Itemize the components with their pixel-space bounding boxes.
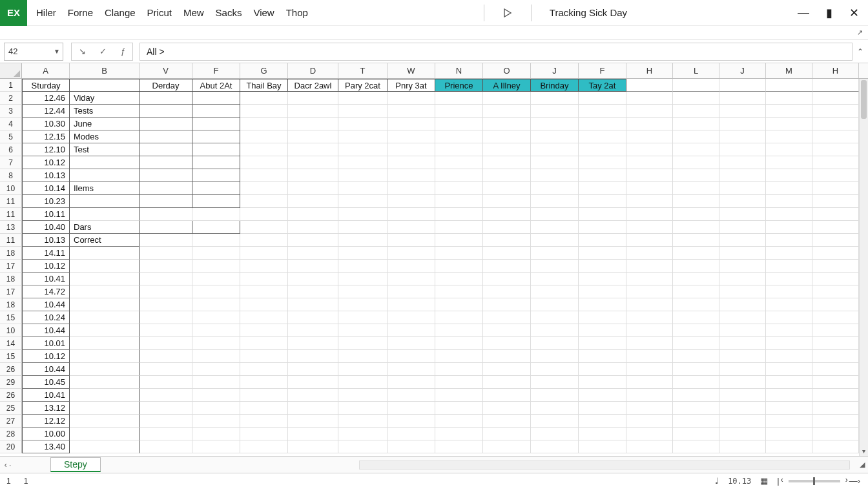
cell[interactable] (388, 247, 435, 260)
col-header-D[interactable]: D (288, 63, 338, 78)
cell[interactable]: 10.44 (22, 298, 70, 311)
cell[interactable] (192, 208, 240, 221)
cell[interactable] (766, 440, 812, 453)
cell[interactable] (579, 363, 626, 376)
cell[interactable] (626, 169, 673, 182)
menu-forne[interactable]: Forne (68, 7, 93, 18)
cell[interactable] (338, 402, 388, 415)
cell[interactable] (140, 92, 192, 105)
cell[interactable] (579, 208, 626, 221)
cell[interactable] (626, 79, 673, 92)
cell[interactable]: Tests (70, 105, 140, 118)
cell[interactable] (626, 428, 673, 440)
cell[interactable]: 12.10 (22, 143, 70, 156)
col-header-G[interactable]: G (240, 63, 288, 78)
cell[interactable] (288, 195, 338, 208)
cell[interactable] (388, 234, 435, 247)
cell[interactable] (673, 363, 719, 376)
cell[interactable] (579, 92, 626, 105)
cell[interactable] (288, 311, 338, 324)
cell[interactable] (483, 92, 531, 105)
cell[interactable] (531, 428, 579, 440)
cell[interactable] (240, 285, 288, 298)
row-header[interactable]: 14 (0, 337, 22, 350)
cell[interactable] (435, 285, 483, 298)
row-header[interactable]: 10 (0, 324, 22, 337)
cell[interactable] (388, 105, 435, 118)
cell[interactable] (719, 337, 766, 350)
cell[interactable] (70, 273, 140, 285)
cell[interactable]: 10.01 (22, 337, 70, 350)
cell[interactable]: Brinday (531, 79, 579, 92)
cell[interactable] (338, 350, 388, 363)
cell[interactable] (388, 363, 435, 376)
minimize-button[interactable]: — (798, 6, 809, 19)
scroll-thumb[interactable] (861, 80, 867, 119)
cell[interactable] (766, 389, 812, 402)
cell[interactable] (288, 273, 338, 285)
cell[interactable] (579, 298, 626, 311)
cell[interactable] (579, 428, 626, 440)
cell[interactable] (719, 247, 766, 260)
cell[interactable] (531, 285, 579, 298)
cell[interactable] (719, 130, 766, 143)
cell[interactable] (483, 311, 531, 324)
cell[interactable] (288, 402, 338, 415)
zoom-slider[interactable] (789, 480, 840, 482)
cell[interactable] (812, 79, 859, 92)
cell[interactable] (766, 402, 812, 415)
cell[interactable] (338, 130, 388, 143)
cell[interactable] (812, 195, 859, 208)
cell[interactable] (70, 298, 140, 311)
cell[interactable] (192, 350, 240, 363)
cell[interactable] (388, 440, 435, 453)
cell[interactable] (140, 440, 192, 453)
view-grid-icon[interactable]: ▦ (760, 476, 768, 486)
cell[interactable] (388, 182, 435, 195)
cell[interactable] (766, 156, 812, 169)
cell[interactable] (338, 195, 388, 208)
cell[interactable] (192, 285, 240, 298)
cell[interactable] (766, 92, 812, 105)
cell[interactable]: 10.12 (22, 350, 70, 363)
cell[interactable] (240, 337, 288, 350)
cell[interactable] (70, 428, 140, 440)
fx-icon[interactable]: ƒ (121, 46, 125, 56)
cell[interactable] (626, 363, 673, 376)
cell[interactable] (288, 234, 338, 247)
cell[interactable] (626, 350, 673, 363)
cell[interactable] (483, 376, 531, 389)
cell[interactable] (192, 260, 240, 273)
cell[interactable] (483, 130, 531, 143)
cell[interactable] (338, 389, 388, 402)
cell[interactable] (240, 130, 288, 143)
cell[interactable] (435, 234, 483, 247)
cell[interactable] (140, 156, 192, 169)
col-header-H[interactable]: H (812, 63, 859, 78)
cell[interactable] (288, 221, 338, 234)
cell[interactable] (531, 389, 579, 402)
cell[interactable] (531, 234, 579, 247)
cell[interactable] (766, 169, 812, 182)
cell[interactable] (388, 260, 435, 273)
cell[interactable] (338, 324, 388, 337)
cell[interactable]: 10.23 (22, 195, 70, 208)
cell[interactable] (812, 440, 859, 453)
cell[interactable] (626, 92, 673, 105)
menu-pricut[interactable]: Pricut (147, 7, 172, 18)
cell[interactable] (192, 402, 240, 415)
cell[interactable]: 10.41 (22, 389, 70, 402)
cell[interactable]: A Illney (483, 79, 531, 92)
cell[interactable] (288, 415, 338, 428)
cell[interactable] (812, 376, 859, 389)
cell[interactable] (766, 285, 812, 298)
cell[interactable] (338, 273, 388, 285)
cell[interactable] (240, 376, 288, 389)
cell[interactable] (192, 273, 240, 285)
cell[interactable] (673, 324, 719, 337)
cell[interactable] (579, 260, 626, 273)
cell[interactable] (338, 363, 388, 376)
cell[interactable] (766, 324, 812, 337)
cell[interactable] (626, 273, 673, 285)
cell[interactable] (388, 415, 435, 428)
